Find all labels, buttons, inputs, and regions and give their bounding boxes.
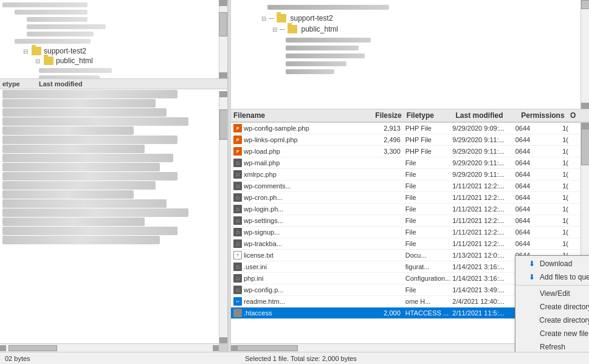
file-other: 1( (562, 228, 578, 236)
generic-icon: □ (233, 263, 242, 271)
file-modified: 9/29/2020 9:11:... (452, 148, 515, 155)
generic-icon: □ (233, 228, 242, 236)
file-modified: 9/29/2020 9:11:... (452, 136, 515, 143)
generic-icon: □ (233, 239, 242, 248)
file-row[interactable]: P wp-load.php 3,300 PHP File 9/29/2020 9… (231, 146, 580, 157)
right-tree-support-test2[interactable]: ⊟ ─ support-test2 (261, 13, 577, 24)
file-row[interactable]: P wp-config-sample.php 2,913 PHP File 9/… (231, 123, 580, 134)
left-h-scroll-thumb[interactable] (9, 345, 57, 351)
context-menu-item-view/edit[interactable]: View/Edit (515, 287, 589, 300)
file-modified: 9/29/2020 9:11:... (452, 159, 515, 167)
file-type: File (405, 194, 453, 201)
file-row[interactable]: □ wp-login.ph... File 1/11/2021 12:2:...… (231, 204, 580, 215)
file-permissions: 0644 (515, 228, 563, 236)
tree-item-support-test2[interactable]: ⊟ support-test2 (21, 46, 225, 56)
folder-icon-public-html (44, 57, 53, 65)
file-name: wp-comments... (244, 182, 291, 190)
right-h-scroll-thumb[interactable] (237, 345, 298, 351)
file-name: wp-trackba... (244, 240, 282, 247)
file-type: File (405, 240, 453, 247)
file-type: Docu... (405, 252, 453, 259)
file-name: wp-mail.php (244, 159, 280, 167)
file-name: wp-load.php (244, 148, 280, 155)
php-icon: P (233, 136, 242, 144)
file-modified: 2/11/2021 11:5:... (452, 309, 515, 317)
php-icon: P (233, 147, 242, 156)
file-modified: 1/11/2021 12:2:... (452, 182, 515, 190)
context-menu-item-download[interactable]: ⬇Download (515, 257, 589, 270)
tree-label-public-html: public_html (56, 57, 93, 65)
file-name: wp-cron.ph... (244, 194, 283, 201)
file-type: HTACCESS ... (405, 309, 453, 317)
file-permissions: 0644 (515, 171, 563, 178)
left-columns-header: etype Last modified (0, 79, 227, 89)
context-menu: ⬇Download⬇Add files to queueView/EditCre… (515, 255, 589, 352)
file-name: readme.htm... (244, 298, 285, 305)
file-other: 1( (562, 182, 578, 190)
right-tree: ⊟ ─ support-test2 ⊟ ─ public_html (231, 0, 589, 109)
file-size: 3,300 (373, 148, 405, 155)
file-type: File (405, 182, 453, 190)
col-modified-header: Last modified (456, 111, 522, 120)
left-list-vscroll[interactable] (219, 91, 227, 343)
file-permissions: 0644 (515, 148, 563, 155)
col-filesize-header: Filesize (373, 111, 407, 120)
col-other-header: O (570, 111, 587, 120)
col-filename-header: Filename (233, 111, 373, 120)
file-type: File (405, 228, 453, 236)
context-menu-item-create-directory[interactable]: Create directory (515, 300, 589, 314)
file-modified: 9/29/2020 9:11:... (452, 171, 515, 178)
file-type: PHP File (405, 136, 453, 143)
file-other: 1( (562, 159, 578, 167)
file-name: wp-signup... (244, 228, 280, 236)
left-file-list: etype Last modified (0, 79, 227, 352)
left-tree-vscroll[interactable] (219, 0, 227, 78)
file-type: PHP File (405, 125, 453, 132)
tree-item-public-html[interactable]: ⊟ public_html (33, 56, 225, 66)
left-panel: ⊟ support-test2 ⊟ public_html (0, 0, 228, 352)
html-icon: H (233, 297, 242, 306)
left-tree: ⊟ support-test2 ⊟ public_html (0, 0, 227, 79)
col-header-type: etype (2, 80, 39, 88)
left-list-hscroll[interactable] (0, 343, 227, 352)
file-type: figurat... (405, 263, 453, 270)
file-row[interactable]: □ wp-mail.php File 9/29/2020 9:11:... 06… (231, 157, 580, 169)
file-row[interactable]: □ wp-signup... File 1/11/2021 12:2:... 0… (231, 227, 580, 238)
context-menu-item-refresh[interactable]: Refresh (515, 340, 589, 352)
file-type: Configuration... (405, 275, 453, 282)
file-modified: 1/14/2021 3:16:... (452, 263, 515, 270)
file-permissions: 0644 (515, 136, 563, 143)
menu-item-label: View/Edit (540, 289, 570, 298)
file-other: 1( (562, 148, 578, 155)
file-table-header: Filename Filesize Filetype Last modified… (231, 109, 589, 123)
generic-icon: □ (233, 193, 242, 202)
menu-item-label: Create directory (540, 303, 589, 311)
file-permissions: 0644 (515, 182, 563, 190)
menu-item-label: Create directory and enter it (539, 316, 589, 325)
file-name: wp-config.p... (244, 286, 283, 294)
file-type: File (405, 205, 453, 213)
context-menu-item-add-files-to-queue[interactable]: ⬇Add files to queue (515, 270, 589, 284)
context-menu-item-create-new-file[interactable]: Create new file (515, 327, 589, 340)
context-menu-item-create-directory-and-enter-it[interactable]: Create directory and enter it (515, 314, 589, 327)
right-tree-vscroll[interactable] (580, 0, 589, 109)
file-other: 1( (562, 125, 578, 132)
file-name: wp-config-sample.php (244, 125, 309, 132)
file-modified: 1/13/2021 12:0:... (452, 252, 515, 259)
txt-icon: T (233, 251, 242, 259)
file-row[interactable]: □ xmlrpc.php File 9/29/2020 9:11:... 064… (231, 169, 580, 180)
file-row[interactable]: P wp-links-opml.php 2,496 PHP File 9/29/… (231, 134, 580, 146)
file-row[interactable]: □ wp-comments... File 1/11/2021 12:2:...… (231, 180, 580, 192)
file-type: File (405, 171, 453, 178)
file-row[interactable]: □ wp-settings... File 1/11/2021 12:2:...… (231, 215, 580, 227)
file-row[interactable]: □ wp-cron.ph... File 1/11/2021 12:2:... … (231, 192, 580, 204)
file-name: wp-links-opml.php (244, 136, 298, 143)
file-permissions: 0644 (515, 217, 563, 224)
status-bar: 02 bytes Selected 1 file. Total size: 2,… (0, 352, 589, 364)
file-modified: 1/11/2021 12:2:... (452, 228, 515, 236)
right-tree-public-html[interactable]: ⊟ ─ public_html (272, 24, 577, 35)
left-tree-scroll-thumb[interactable] (219, 12, 227, 36)
file-modified: 1/11/2021 12:2:... (452, 217, 515, 224)
file-row[interactable]: □ wp-trackba... File 1/11/2021 12:2:... … (231, 238, 580, 250)
col-filetype-header: Filetype (407, 111, 456, 120)
